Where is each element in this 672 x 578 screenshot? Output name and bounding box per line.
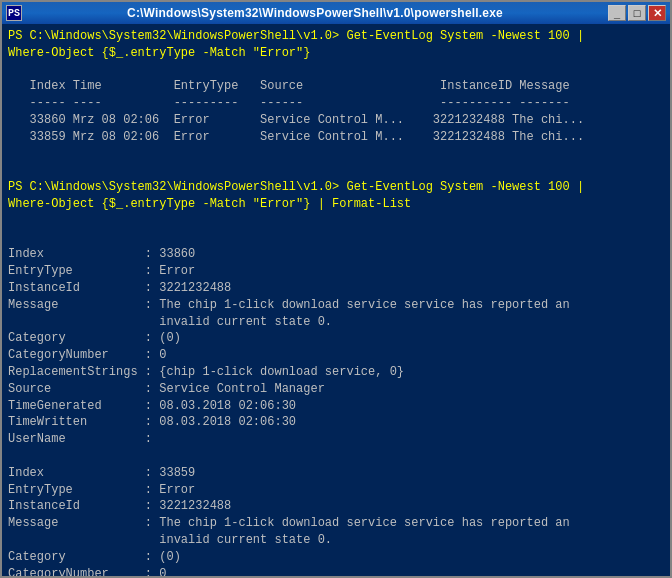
console-output[interactable]: PS C:\Windows\System32\WindowsPowerShell… bbox=[2, 24, 670, 576]
console-line: Where-Object {$_.entryType -Match "Error… bbox=[8, 197, 411, 211]
title-bar: PS C:\Windows\System32\WindowsPowerShell… bbox=[2, 2, 670, 24]
console-line: Category : (0) bbox=[8, 550, 181, 564]
console-line: Category : (0) bbox=[8, 331, 181, 345]
console-line: 33860 Mrz 08 02:06 Error Service Control… bbox=[8, 113, 584, 127]
console-line: invalid current state 0. bbox=[8, 533, 332, 547]
console-line: Message : The chip 1-click download serv… bbox=[8, 516, 570, 530]
console-line: TimeGenerated : 08.03.2018 02:06:30 bbox=[8, 399, 296, 413]
console-line: Source : Service Control Manager bbox=[8, 382, 325, 396]
maximize-button[interactable]: □ bbox=[628, 5, 646, 21]
console-line: Index : 33860 bbox=[8, 247, 195, 261]
minimize-button[interactable]: _ bbox=[608, 5, 626, 21]
console-line: PS C:\Windows\System32\WindowsPowerShell… bbox=[8, 29, 584, 43]
powershell-window: PS C:\Windows\System32\WindowsPowerShell… bbox=[0, 0, 672, 578]
window-icon: PS bbox=[6, 5, 22, 21]
console-line: UserName : bbox=[8, 432, 152, 446]
window-title: C:\Windows\System32\WindowsPowerShell\v1… bbox=[22, 6, 608, 20]
console-line: CategoryNumber : 0 bbox=[8, 348, 166, 362]
console-line: PS C:\Windows\System32\WindowsPowerShell… bbox=[8, 180, 584, 194]
console-line: invalid current state 0. bbox=[8, 315, 332, 329]
console-line: EntryType : Error bbox=[8, 264, 195, 278]
console-line: Index Time EntryType Source InstanceID M… bbox=[8, 79, 570, 93]
console-line: InstanceId : 3221232488 bbox=[8, 281, 231, 295]
console-line: Index : 33859 bbox=[8, 466, 195, 480]
console-line: Where-Object {$_.entryType -Match "Error… bbox=[8, 46, 310, 60]
console-line: TimeWritten : 08.03.2018 02:06:30 bbox=[8, 415, 296, 429]
console-line: CategoryNumber : 0 bbox=[8, 567, 166, 577]
title-buttons: _ □ ✕ bbox=[608, 5, 666, 21]
console-line: InstanceId : 3221232488 bbox=[8, 499, 231, 513]
close-button[interactable]: ✕ bbox=[648, 5, 666, 21]
console-line: EntryType : Error bbox=[8, 483, 195, 497]
console-line: Message : The chip 1-click download serv… bbox=[8, 298, 570, 312]
console-line: ----- ---- --------- ------ ---------- -… bbox=[8, 96, 570, 110]
console-line: ReplacementStrings : {chip 1-click downl… bbox=[8, 365, 404, 379]
console-line: 33859 Mrz 08 02:06 Error Service Control… bbox=[8, 130, 584, 144]
